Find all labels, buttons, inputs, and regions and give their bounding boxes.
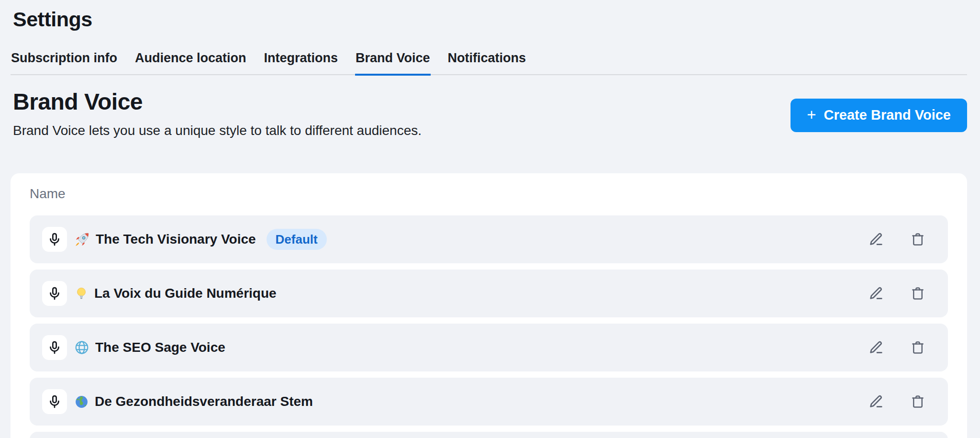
earth-globe-emoji xyxy=(74,394,89,409)
delete-voice-button[interactable] xyxy=(911,340,925,355)
voice-avatar xyxy=(42,389,67,414)
pencil-icon xyxy=(869,232,884,247)
plus-icon: + xyxy=(807,107,816,123)
settings-page: Settings Subscription infoAudience locat… xyxy=(0,0,980,139)
voice-avatar xyxy=(42,281,67,306)
voice-row-partial xyxy=(30,432,948,438)
voice-row: De Gezondheidsveranderaar Stem xyxy=(30,378,948,426)
voice-avatar xyxy=(42,335,67,360)
tab-subscription-info[interactable]: Subscription info xyxy=(11,51,118,76)
edit-voice-button[interactable] xyxy=(869,340,884,355)
brand-voice-heading-block: Brand Voice Brand Voice lets you use a u… xyxy=(13,89,422,139)
voice-rows: The Tech Visionary VoiceDefaultLa Voix d… xyxy=(30,215,948,438)
globe-emoji xyxy=(74,340,89,355)
tabs: Subscription infoAudience locationIntegr… xyxy=(11,51,967,75)
trash-icon xyxy=(911,340,925,355)
microphone-icon xyxy=(47,394,62,409)
create-brand-voice-button[interactable]: + Create Brand Voice xyxy=(791,99,967,132)
trash-icon xyxy=(911,394,925,409)
delete-voice-button[interactable] xyxy=(911,394,925,409)
tab-integrations[interactable]: Integrations xyxy=(264,51,339,76)
pencil-icon xyxy=(869,394,884,409)
voice-name: La Voix du Guide Numérique xyxy=(94,286,277,301)
tab-notifications[interactable]: Notifications xyxy=(447,51,527,76)
rocket-emoji xyxy=(74,232,90,247)
edit-voice-button[interactable] xyxy=(869,286,884,301)
edit-voice-button[interactable] xyxy=(869,394,884,409)
voice-row: The Tech Visionary VoiceDefault xyxy=(30,215,948,263)
microphone-icon xyxy=(47,286,62,301)
tab-audience-location[interactable]: Audience location xyxy=(134,51,247,76)
create-brand-voice-label: Create Brand Voice xyxy=(824,107,951,123)
default-badge: Default xyxy=(267,229,327,250)
microphone-icon xyxy=(47,232,62,247)
voice-row: La Voix du Guide Numérique xyxy=(30,270,948,317)
voice-name: The SEO Sage Voice xyxy=(95,340,225,355)
voice-name: The Tech Visionary Voice xyxy=(96,232,256,247)
page-title: Settings xyxy=(13,7,967,33)
section-heading: Brand Voice xyxy=(13,89,422,115)
delete-voice-button[interactable] xyxy=(911,286,925,301)
tab-brand-voice[interactable]: Brand Voice xyxy=(355,51,431,76)
pencil-icon xyxy=(869,340,884,355)
edit-voice-button[interactable] xyxy=(869,232,884,247)
voice-row: The SEO Sage Voice xyxy=(30,324,948,371)
trash-icon xyxy=(911,286,925,301)
name-column-header: Name xyxy=(30,187,948,201)
trash-icon xyxy=(911,232,925,247)
pencil-icon xyxy=(869,286,884,301)
delete-voice-button[interactable] xyxy=(911,232,925,247)
section-description: Brand Voice lets you use a unique style … xyxy=(13,123,422,139)
brand-voice-section-header: Brand Voice Brand Voice lets you use a u… xyxy=(13,89,967,139)
brand-voice-list-card: Name The Tech Visionary VoiceDefaultLa V… xyxy=(11,173,967,438)
microphone-icon xyxy=(47,340,62,355)
voice-name: De Gezondheidsveranderaar Stem xyxy=(95,394,313,409)
bulb-emoji xyxy=(74,286,89,301)
voice-avatar xyxy=(42,227,67,252)
